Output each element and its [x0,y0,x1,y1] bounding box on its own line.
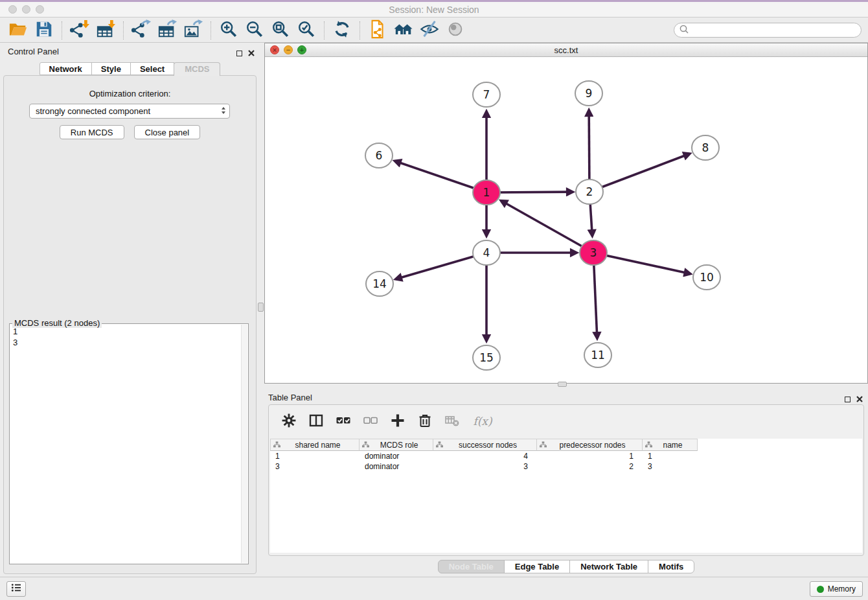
tab-mcds[interactable]: MCDS [174,62,220,76]
export-image-button[interactable] [180,19,206,41]
checks-off-icon [363,413,378,430]
column-header-successor-nodes[interactable]: successor nodes [433,439,537,451]
zoom-fit-button[interactable] [268,19,293,41]
deselect-all-button[interactable] [362,413,379,430]
network-file-button[interactable] [365,19,391,41]
tab-motifs[interactable]: Motifs [648,560,694,573]
export-table-icon [157,19,177,41]
control-panel-float-button[interactable] [236,51,242,56]
graph-edge-2-8[interactable] [589,154,690,192]
checks-on-icon [336,413,350,430]
window-titlebar: Session: New Session [0,2,868,17]
table-cell[interactable]: 1 [270,452,360,461]
table-delete-icon [445,413,459,430]
table-cell[interactable]: dominator [360,462,433,471]
delete-row-button[interactable] [417,413,433,430]
node-table: shared nameMCDS rolesuccessor nodesprede… [270,439,862,553]
tab-network-table[interactable]: Network Table [569,560,648,573]
table-settings-button[interactable] [280,413,297,430]
toolbar-button-group [5,19,468,41]
table-panel-close-button[interactable] [856,393,863,405]
toolbar-separator [62,21,62,40]
table-panel-float-button[interactable] [845,397,851,402]
network-canvas[interactable]: 7968124314101511 [265,57,867,383]
import-network-button[interactable] [67,19,93,41]
tab-network[interactable]: Network [40,62,92,75]
graph-edge-1-6[interactable] [395,161,486,192]
trash-icon [418,413,432,430]
graph-node-label-4: 4 [483,246,490,259]
zoom-out-button[interactable] [242,19,268,41]
column-header-predecessor-nodes[interactable]: predecessor nodes [537,439,643,451]
export-network-button[interactable] [128,19,154,41]
optimization-criterion-select[interactable]: strongly connected component [29,104,230,119]
select-all-button[interactable] [335,413,352,430]
table-cell[interactable]: 4 [433,452,537,461]
search-icon [679,24,689,37]
table-panel-buttons [845,393,863,405]
export-table-button[interactable] [154,19,180,41]
column-header-name[interactable]: name [643,439,698,451]
table-cell[interactable]: 3 [433,462,537,471]
mcds-panel: Optimization criterion: strongly connect… [3,75,257,574]
import-network-icon [70,19,89,41]
column-header-shared-name[interactable]: shared name [270,439,360,451]
graph-node-label-2: 2 [586,185,593,198]
function-builder-button: f(x) [471,413,494,430]
table-cell[interactable]: 1 [537,452,643,461]
run-mcds-button[interactable]: Run MCDS [60,125,124,139]
memory-button[interactable]: Memory [810,581,863,597]
hierarchy-icon [360,441,369,450]
hide-panel-button[interactable] [417,19,442,41]
toolbar-separator [123,21,124,40]
hierarchy-icon [433,441,443,450]
show-panel-button [442,19,468,41]
column-header-MCDS-role[interactable]: MCDS role [360,439,433,451]
mcds-result-text: 1 3 [13,326,239,562]
control-panel-buttons [236,47,255,59]
tab-node-table[interactable]: Node Table [438,560,505,573]
table-cell[interactable]: 2 [537,462,643,471]
table-cell[interactable]: 3 [270,462,360,471]
network-window-titlebar: × − + scc.txt [265,43,867,57]
refresh-button[interactable] [329,19,355,41]
import-table-button[interactable] [93,19,119,41]
network-view-window: × − + scc.txt 7968124314101511 [264,43,868,384]
graph-node-label-11: 11 [591,349,605,362]
table-cell[interactable]: 3 [643,462,698,471]
eye-slash-icon [420,19,439,41]
graph-edge-3-1[interactable] [501,201,593,253]
homes-icon [394,19,413,41]
delete-table-button [444,413,461,430]
control-panel-close-button[interactable] [248,47,255,59]
table-header-row: shared nameMCDS rolesuccessor nodesprede… [270,439,862,451]
show-panels-button[interactable] [6,581,26,597]
home-button[interactable] [391,19,417,41]
horizontal-splitter-grip[interactable] [558,382,567,387]
tab-edge-table[interactable]: Edge Table [504,560,570,573]
add-row-button[interactable] [389,413,406,430]
save-session-button[interactable] [31,19,57,41]
vertical-splitter-grip[interactable] [258,303,264,312]
mcds-result-title: MCDS result (2 nodes) [12,318,102,328]
graph-node-label-6: 6 [376,149,383,162]
result-scrollbar[interactable] [241,325,247,563]
search-input[interactable] [689,24,861,36]
mcds-result-area: 1 3 [9,323,249,564]
graph-edge-3-10[interactable] [593,253,691,273]
graph-node-label-7: 7 [483,88,490,101]
network-file-icon [368,19,387,41]
tab-select[interactable]: Select [130,62,174,75]
tab-style[interactable]: Style [91,62,131,75]
export-network-icon [131,19,151,41]
table-toolbar: f(x) [269,405,863,437]
close-panel-button[interactable]: Close panel [134,125,201,139]
table-cell[interactable]: dominator [360,452,433,461]
zoom-selected-button[interactable] [293,19,319,41]
toolbar-separator [324,21,325,40]
table-cell[interactable]: 1 [643,452,698,461]
table-row: 3dominator323 [270,461,862,472]
zoom-in-button[interactable] [216,19,242,41]
open-session-button[interactable] [5,19,31,41]
column-view-button[interactable] [308,413,325,430]
